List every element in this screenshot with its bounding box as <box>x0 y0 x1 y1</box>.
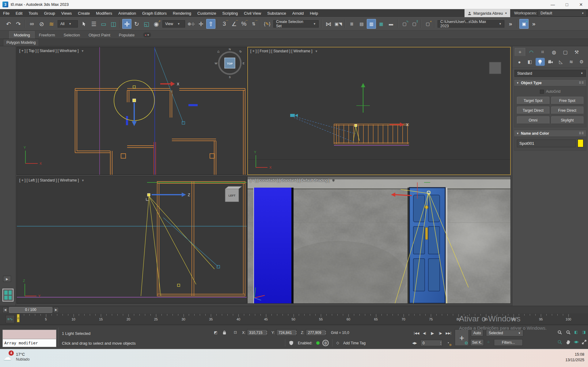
toggle-ribbon-icon[interactable]: ▬ <box>386 19 396 29</box>
tab-modify-icon[interactable]: ◠ <box>526 48 537 56</box>
viewport-camera-label[interactable]: [ + ] [ convidado ] [ Standard ] [ Defau… <box>250 178 335 182</box>
menu-arnold[interactable]: Arnold <box>289 9 307 17</box>
filter-funnel-icon[interactable]: ▼ <box>81 49 84 53</box>
go-to-start-button[interactable]: |◀◀ <box>413 330 420 336</box>
selection-lock-icon[interactable] <box>221 329 227 335</box>
menu-views[interactable]: Views <box>58 9 75 17</box>
x-coord-field[interactable] <box>247 329 267 336</box>
name-and-color-header[interactable]: ▼Name and Color⠿⠿ <box>514 130 586 137</box>
category-lights-icon[interactable] <box>536 58 545 66</box>
workspace-dropdown[interactable]: Default▼ <box>538 10 587 17</box>
viewport-top-label[interactable]: [ + ] [ Top ] [ Standard ] [ Wireframe ]… <box>19 49 84 53</box>
object-name-field[interactable] <box>517 140 576 147</box>
material-editor-icon[interactable]: ▢◐ <box>423 19 432 29</box>
menu-help[interactable]: Help <box>307 9 321 17</box>
zoom-icon[interactable] <box>556 329 563 335</box>
snaps-toggle-3d-icon[interactable]: 3⌒ <box>220 19 229 29</box>
zoom-extents-all-icon[interactable]: ◨ <box>581 329 587 335</box>
previous-frame-button[interactable]: ◀ <box>2 307 8 313</box>
user-account-menu[interactable]: Margarida Abreu ▼ <box>465 9 510 17</box>
menu-substance[interactable]: Substance <box>264 9 289 17</box>
filters-button[interactable]: Filters... <box>494 339 523 346</box>
ribbon-tab-modeling[interactable]: Modeling <box>9 31 35 39</box>
taskbar-clock[interactable]: 15:08 13/11/2025 <box>565 352 584 363</box>
previous-key-button[interactable]: ◀| <box>421 330 428 336</box>
viewport-top-canvas[interactable]: X TOP N E S W ⌂ ↻ Y X <box>17 47 247 175</box>
pan-hand-icon[interactable] <box>565 339 571 345</box>
maxscript-listener-input[interactable]: Array modifier <box>2 339 56 347</box>
select-object-icon[interactable] <box>79 19 89 29</box>
polygon-modeling-panel[interactable]: Polygon Modeling <box>3 39 39 46</box>
mini-curve-editor-icon[interactable]: ≡∿ <box>6 315 15 323</box>
viewcube-top[interactable]: TOP N E S W ⌂ ↻ <box>215 48 245 79</box>
next-key-button[interactable]: |▶ <box>437 330 444 336</box>
toggle-layer-explorer-icon[interactable]: ▤ <box>357 19 366 29</box>
viewport-front[interactable]: [ + ] [ Front ] [ Standard ] [ Wireframe… <box>247 47 511 175</box>
curve-editor-icon[interactable]: ▢∿ <box>400 19 409 29</box>
toolbar-overflow-icon[interactable]: » <box>506 19 515 29</box>
maxscript-listener-icon[interactable]: {✎} <box>263 19 272 29</box>
viewcube-left[interactable]: LEFT <box>225 186 242 202</box>
category-spacewarps-icon[interactable]: ≋ <box>567 58 576 66</box>
rectangular-selection-region-icon[interactable]: ▭ <box>99 19 108 29</box>
render-overflow-icon[interactable]: » <box>529 19 538 29</box>
tab-create-icon[interactable]: ＋ <box>515 48 525 56</box>
viewport-front-canvas[interactable]: X Y X <box>248 47 510 174</box>
menu-edit[interactable]: Edit <box>13 9 25 17</box>
shield-icon[interactable] <box>288 340 294 346</box>
weather-widget[interactable]: ☁ 4 17°C Nublado <box>3 352 30 362</box>
camera-object[interactable] <box>290 114 356 143</box>
tab-hierarchy-icon[interactable]: ⌗ <box>537 48 548 56</box>
track-bar[interactable]: ≡∿ 0 05101520253035404550556065707580859… <box>0 313 588 325</box>
current-frame-marker[interactable]: 0 <box>17 314 20 322</box>
viewport-front-label[interactable]: [ + ] [ Front ] [ Standard ] [ Wireframe… <box>250 49 318 53</box>
category-shapes-icon[interactable]: ◧ <box>525 58 534 66</box>
viewport-camera-canvas[interactable] <box>248 177 510 303</box>
free-direct-button[interactable]: Free Direct <box>551 107 584 114</box>
object-color-swatch[interactable] <box>578 139 583 147</box>
select-by-name-icon[interactable]: ☰ <box>89 19 98 29</box>
select-and-scale-icon[interactable]: ◱ <box>142 19 151 29</box>
spinner-snap-icon[interactable]: ⇅⌒ <box>249 19 258 29</box>
percent-snap-icon[interactable]: %⌒ <box>239 19 248 29</box>
tab-utilities-icon[interactable]: ⚒ <box>571 48 582 56</box>
category-systems-icon[interactable]: ⚙ <box>577 58 586 66</box>
tab-motion-icon[interactable]: ◍ <box>549 48 559 56</box>
category-geometry-icon[interactable]: ● <box>515 58 524 66</box>
isolate-selection-icon[interactable]: ◩ <box>213 329 219 335</box>
keyboard-shortcut-override-icon[interactable]: ⇧ <box>206 19 215 29</box>
tab-display-icon[interactable]: ▢ <box>560 48 571 56</box>
filter-funnel-icon[interactable]: ▼ <box>81 179 84 182</box>
menu-civil-view[interactable]: Civil View <box>241 9 264 17</box>
object-type-header[interactable]: ▼Object Type⠿⠿ <box>514 80 586 86</box>
free-spot-button[interactable]: Free Spot <box>551 97 584 104</box>
viewport-top[interactable]: [ + ] [ Top ] [ Standard ] [ Wireframe ]… <box>17 47 247 175</box>
autogrid-checkbox[interactable] <box>540 90 544 94</box>
menu-animation[interactable]: Animation <box>115 9 139 17</box>
skylight-button[interactable]: Skylight <box>551 116 584 124</box>
array-modifier-widget[interactable] <box>2 289 13 301</box>
spotlight-cone-left[interactable]: Z <box>141 193 214 296</box>
notification-count-badge[interactable]: 0 <box>322 340 329 346</box>
select-and-manipulate-icon[interactable]: ✛ <box>196 19 206 29</box>
close-button[interactable]: ✕ <box>574 0 588 9</box>
viewport-left-label[interactable]: [ + ] [ Left ] [ Standard ] [ Wireframe … <box>19 178 84 182</box>
go-to-end-button[interactable]: ▶▶| <box>445 330 452 336</box>
menu-modifiers[interactable]: Modifiers <box>93 9 115 17</box>
target-direct-button[interactable]: Target Direct <box>517 107 549 114</box>
target-spot-button[interactable]: Target Spot <box>517 97 549 104</box>
minimize-button[interactable]: — <box>546 0 560 9</box>
open-scene-explorer-icon[interactable]: ▦ <box>377 19 386 29</box>
zoom-region-icon[interactable] <box>556 339 563 345</box>
viewport-left[interactable]: [ + ] [ Left ] [ Standard ] [ Wireframe … <box>17 176 247 304</box>
maximize-viewport-icon[interactable] <box>581 339 587 345</box>
render-frame-window-icon[interactable]: ▣✦ <box>519 19 529 29</box>
z-coord-field[interactable] <box>306 329 326 336</box>
light-type-dropdown[interactable]: Standard▼ <box>514 70 586 77</box>
viewcube-home-icon[interactable]: ⌂ <box>217 49 219 54</box>
bind-to-space-warp-icon[interactable]: ≋ <box>47 19 56 29</box>
time-configuration-icon[interactable]: ◔⚙ <box>445 340 451 346</box>
expand-strip-button[interactable]: ▶ <box>3 276 11 282</box>
set-key-button[interactable]: Set K. <box>470 339 484 346</box>
viewcube-front[interactable] <box>489 62 501 74</box>
